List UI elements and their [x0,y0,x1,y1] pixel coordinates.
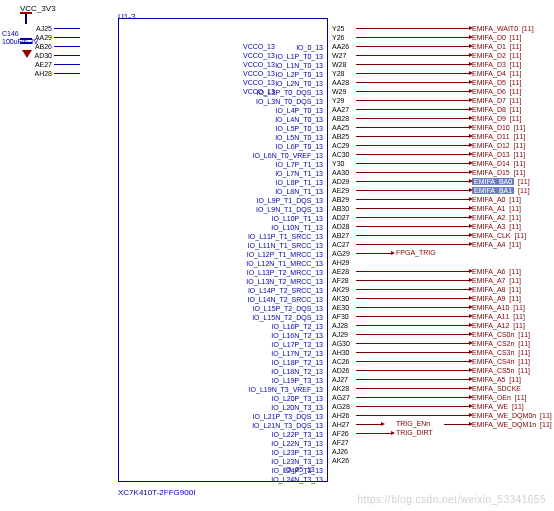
vcco-pin-row: AE27 [32,60,80,69]
net-label: EMIFA_CS3n [11] [472,349,552,356]
wire [54,46,80,47]
io-pin-name: IO_L9P_T1_DQS_13 [246,196,323,205]
io-pin-name: IO_L23P_T3_13 [246,448,323,457]
io-pin-name: IO_L5N_T0_13 [246,133,323,142]
net-row: EMIFA_CLK [11] [356,231,552,240]
pin-number: AB26 [32,43,54,50]
io-pin-name: IO_L12P_T1_MRCC_13 [246,250,323,259]
net-row: EMIFA_WE [11] [356,402,552,411]
net-label: EMIFA_D1 [11] [472,43,552,50]
net-label: EMIFA_CLK [11] [472,232,552,239]
pin-number: AG30 [332,339,350,348]
io-pin-name: IO_L21N_T3_DQS_13 [246,421,323,430]
pin-number: AD29 [332,177,350,186]
net-wire [356,181,470,182]
pin-number: AC26 [332,357,350,366]
net-row: EMIFA_WE_DQM0n [11] [356,411,552,420]
io-pin-name: IO_L20P_T3_13 [246,394,323,403]
pin-number: AD28 [332,222,350,231]
net-wire [356,370,470,371]
vcco-pin-row: AA29 [32,33,80,42]
vcco-pin-block: AJ25AA29AB26AD30AE27AH28 [32,24,80,78]
io-pin-name: IO_L10N_T1_13 [246,223,323,232]
net-label: EMIFA_WAIT0 [11] [472,25,552,32]
pin-number: AK29 [332,285,350,294]
net-wire [356,136,470,137]
power-stem [25,14,27,24]
net-label: EMIFA_D13 [11] [472,151,552,158]
io-pin-name: IO_L7P_T1_13 [246,160,323,169]
io-pin-name: IO_L22N_T3_13 [246,439,323,448]
io-pin-name: IO_L14P_T2_SRCC_13 [246,286,323,295]
net-row: EMIFA_A0 [11] [356,195,552,204]
io-pin-name: IO_L6P_T0_13 [246,142,323,151]
net-label: EMIFA_OEn [11] [472,394,552,401]
net-row: TRIG_ENnEMIFA_WE_DQM1n [11] [356,420,552,429]
net-label: EMIFA_CS2n [11] [472,340,552,347]
pin-number: AE30 [332,303,350,312]
net-wire [356,406,470,407]
net-wire [356,316,470,317]
net-wire [356,433,392,434]
net-wire [356,190,470,191]
pin-number: Y26 [332,33,350,42]
pin-number: AA25 [332,123,350,132]
net-wire [444,424,470,425]
net-row: EMIFA_CS5n [11] [356,366,552,375]
net-label: FPGA_TRIG [396,249,476,256]
net-label: EMIFA_A2 [11] [472,214,552,221]
io-pin-name: IO_L8N_T1_13 [246,187,323,196]
io-pin-name: IO_L8P_T1_13 [246,178,323,187]
io-pin-name: IO_L4N_T0_13 [246,115,323,124]
io-pin-name: IO_L20N_T3_13 [246,403,323,412]
net-row: EMIFA_BA1 [11] [356,186,552,195]
wire [54,28,80,29]
pin-number: AJ27 [332,375,350,384]
net-row: EMIFA_D3 [11] [356,60,552,69]
pin-number: AH29 [332,258,350,267]
net-wire [356,64,470,65]
io-pin-name: IO_L15P_T2_DQS_13 [246,304,323,313]
ground-icon [22,50,32,58]
pin-number: AH28 [32,70,54,77]
net-label: EMIFA_A1 [11] [472,205,552,212]
net-row: EMIFA_A5 [11] [356,375,552,384]
vcco-pin-row: AD30 [32,51,80,60]
net-row: EMIFA_BA0 [11] [356,177,552,186]
pin-number: AK30 [332,294,350,303]
net-row [356,456,552,465]
net-wire [356,361,470,362]
io-pin-name: IO_L10P_T1_13 [246,214,323,223]
net-wire [356,118,470,119]
wire [54,55,80,56]
net-wire [356,82,470,83]
io-pin-name: IO_L12N_T1_MRCC_13 [246,259,323,268]
pin-number: AF26 [332,429,350,438]
pin-number: AH26 [332,411,350,420]
io-pin-name: IO_L14N_T2_SRCC_13 [246,295,323,304]
io-pin-name: IO_L19N_T3_VREF_13 [246,385,323,394]
net-row [356,258,552,267]
pin-number: AD27 [332,213,350,222]
pin-number: Y25 [332,24,350,33]
net-row: TRIG_DIRT [356,429,552,438]
net-wire [356,208,470,209]
io-pin-name: IO_L13P_T2_MRCC_13 [246,268,323,277]
net-wire [356,334,470,335]
net-row: EMIFA_D0 [11] [356,33,552,42]
net-row: EMIFA_A11 [11] [356,312,552,321]
net-row: EMIFA_A1 [11] [356,204,552,213]
net-label: EMIFA_A3 [11] [472,223,552,230]
net-row: EMIFA_D7 [11] [356,96,552,105]
net-row: EMIFA_A6 [11] [356,267,552,276]
pin-number: Y29 [332,96,350,105]
net-label-area: EMIFA_WAIT0 [11]EMIFA_D0 [11]EMIFA_D1 [1… [356,24,552,465]
pin-number: AH30 [332,348,350,357]
pin-number: W28 [332,60,350,69]
net-row: EMIFA_D15 [11] [356,168,552,177]
pin-number: AB27 [332,231,350,240]
net-row: EMIFA_CS0n [11] [356,330,552,339]
pin-number: AB28 [332,114,350,123]
wire [54,64,80,65]
io-pin-name: IO_L3P_T0_DQS_13 [246,88,323,97]
